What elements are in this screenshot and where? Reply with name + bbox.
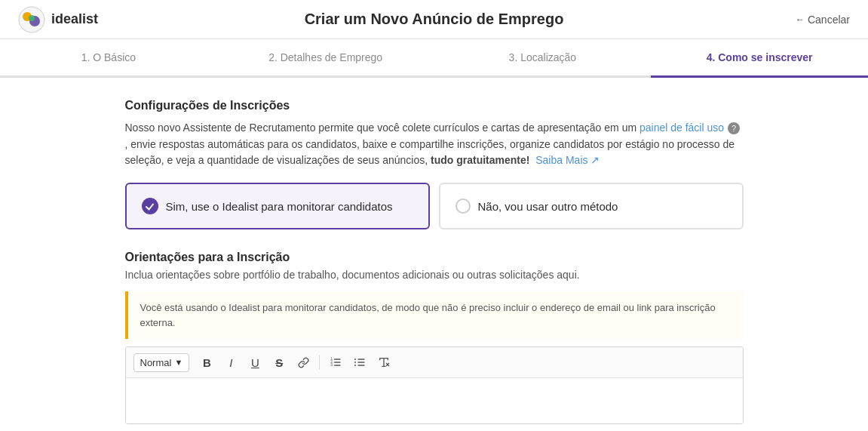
- option-no-label: Não, vou usar outro método: [478, 200, 618, 213]
- option-yes-label: Sim, use o Idealist para monitorar candi…: [166, 200, 393, 213]
- step-1[interactable]: 1. O Básico: [0, 39, 217, 78]
- painel-link[interactable]: painel de fácil uso: [639, 122, 724, 134]
- underline-button[interactable]: U: [244, 352, 266, 373]
- orientation-desc: Inclua orientações sobre portfólio de tr…: [125, 269, 744, 281]
- toolbar-separator-1: [319, 355, 320, 370]
- svg-text:3.: 3.: [331, 363, 334, 367]
- strikethrough-button[interactable]: S: [268, 352, 290, 373]
- logo-icon: [18, 6, 45, 33]
- svg-point-3: [29, 15, 35, 21]
- radio-dot-no: [455, 199, 471, 214]
- info-icon[interactable]: ?: [728, 122, 740, 134]
- bold-part: tudo gratuitamente!: [431, 154, 529, 166]
- italic-button[interactable]: I: [219, 352, 242, 373]
- main-content: Configurações de Inscrições Nosso novo A…: [110, 78, 759, 431]
- svg-point-14: [354, 362, 356, 363]
- logo-area: idealist: [18, 6, 98, 33]
- cancel-label: Cancelar: [808, 14, 850, 26]
- saiba-mais-link[interactable]: Saiba Mais ↗: [535, 154, 600, 166]
- rich-text-toolbar: Normal ▼ B I U S 1.: [126, 347, 743, 378]
- step-4[interactable]: 4. Como se inscrever: [651, 39, 868, 78]
- desc-part1: Nosso novo Assistente de Recrutamento pe…: [125, 122, 637, 134]
- format-label: Normal: [140, 357, 172, 368]
- page-title: Criar um Novo Anúncio de Emprego: [305, 11, 564, 28]
- chevron-down-icon: ▼: [174, 358, 182, 367]
- orientation-title: Orientações para a Inscrição: [125, 251, 744, 264]
- logo-text: idealist: [51, 11, 98, 27]
- rich-text-body[interactable]: [126, 378, 743, 423]
- inscription-config-description: Nosso novo Assistente de Recrutamento pe…: [125, 120, 744, 169]
- radio-group: Sim, use o Idealist para monitorar candi…: [125, 183, 744, 229]
- info-box: Você está usando o Idealist para monitor…: [125, 291, 744, 339]
- check-icon: [142, 198, 158, 214]
- svg-point-13: [354, 359, 356, 360]
- link-button[interactable]: [292, 352, 314, 373]
- rich-text-container: Normal ▼ B I U S 1.: [125, 346, 744, 424]
- format-select[interactable]: Normal ▼: [133, 353, 190, 372]
- cancel-link[interactable]: ← Cancelar: [795, 14, 850, 26]
- option-yes[interactable]: Sim, use o Idealist para monitorar candi…: [125, 183, 430, 229]
- steps-nav: 1. O Básico 2. Detalhes de Emprego 3. Lo…: [0, 39, 868, 78]
- clear-format-button[interactable]: [373, 352, 395, 373]
- inscription-config-section: Configurações de Inscrições Nosso novo A…: [125, 99, 744, 229]
- inscription-config-title: Configurações de Inscrições: [125, 99, 744, 112]
- top-header: idealist Criar um Novo Anúncio de Empreg…: [0, 0, 868, 39]
- step-2[interactable]: 2. Detalhes de Emprego: [217, 39, 434, 78]
- bold-button[interactable]: B: [195, 352, 218, 373]
- orientation-section: Orientações para a Inscrição Inclua orie…: [125, 251, 744, 424]
- ordered-list-button[interactable]: 1. 2. 3.: [324, 352, 347, 373]
- desc-part2: , envie respostas automáticas para os ca…: [125, 138, 735, 167]
- info-box-text: Você está usando o Idealist para monitor…: [140, 302, 716, 328]
- option-no[interactable]: Não, vou usar outro método: [439, 183, 744, 229]
- back-arrow-icon: ←: [795, 14, 805, 25]
- step-3[interactable]: 3. Localização: [434, 39, 652, 78]
- svg-point-15: [354, 365, 356, 366]
- unordered-list-button[interactable]: [348, 352, 371, 373]
